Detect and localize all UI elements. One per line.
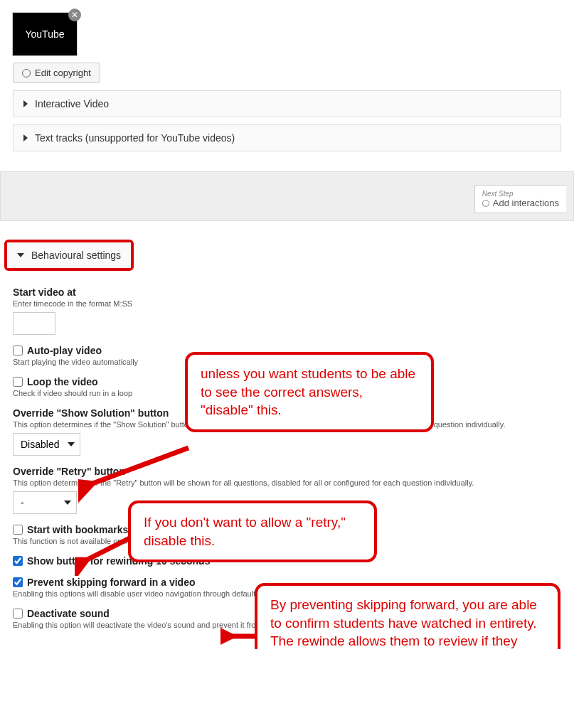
field-label: Deactivate sound bbox=[27, 608, 110, 619]
start-at-input[interactable] bbox=[13, 312, 55, 335]
annotation-arrow bbox=[78, 441, 199, 505]
autoplay-checkbox[interactable] bbox=[13, 346, 23, 355]
next-step-label: Next Step bbox=[482, 190, 559, 198]
section-title: Behavioural settings bbox=[31, 250, 121, 261]
next-step-button[interactable]: Next Step Add interactions bbox=[474, 185, 566, 213]
behavioural-settings-header[interactable]: Behavioural settings bbox=[7, 242, 131, 268]
accordion-interactive-video[interactable]: Interactive Video bbox=[13, 90, 561, 117]
field-start-video-at: Start video at Enter timecode in the for… bbox=[13, 287, 561, 335]
rewind10-checkbox[interactable] bbox=[13, 556, 23, 566]
lightbulb-icon bbox=[482, 200, 489, 207]
edit-copyright-label: Edit copyright bbox=[35, 68, 91, 78]
next-step-action: Add interactions bbox=[493, 198, 559, 208]
loop-checkbox[interactable] bbox=[13, 377, 23, 387]
field-hint: Enter timecode in the format M:SS bbox=[13, 299, 561, 308]
field-label: Loop the video bbox=[27, 376, 98, 387]
deactivate-sound-checkbox[interactable] bbox=[13, 609, 23, 619]
accordion-label: Text tracks (unsupported for YouTube vid… bbox=[35, 132, 235, 144]
caret-right-icon bbox=[23, 134, 28, 141]
youtube-thumbnail[interactable]: YouTube ✕ bbox=[13, 13, 77, 55]
caret-right-icon bbox=[23, 100, 28, 107]
annotation-callout-3: By preventing skipping forward, you are … bbox=[255, 583, 560, 649]
prevent-skip-checkbox[interactable] bbox=[13, 577, 23, 587]
bookmarks-checkbox[interactable] bbox=[13, 525, 23, 535]
accordion-label: Interactive Video bbox=[35, 98, 109, 109]
caret-down-icon bbox=[17, 253, 24, 257]
svg-line-0 bbox=[89, 448, 188, 485]
accordion-text-tracks[interactable]: Text tracks (unsupported for YouTube vid… bbox=[13, 124, 561, 151]
field-label: Auto-play video bbox=[27, 345, 102, 356]
annotation-callout-2: If you don't want to allow a "retry," di… bbox=[128, 500, 377, 562]
next-step-bar: Next Step Add interactions bbox=[0, 171, 574, 221]
copyright-icon bbox=[22, 69, 31, 77]
close-icon[interactable]: ✕ bbox=[68, 9, 81, 21]
override-retry-select[interactable]: - bbox=[13, 491, 77, 514]
annotation-callout-1: unless you want students to be able to s… bbox=[185, 352, 434, 432]
override-solution-select[interactable]: Disabled bbox=[13, 433, 80, 456]
edit-copyright-button[interactable]: Edit copyright bbox=[13, 63, 100, 83]
field-label: Prevent skipping forward in a video bbox=[27, 577, 196, 588]
annotation-highlight: Behavioural settings bbox=[4, 240, 134, 271]
youtube-thumb-label: YouTube bbox=[25, 28, 64, 40]
field-label: Start video at bbox=[13, 287, 561, 298]
